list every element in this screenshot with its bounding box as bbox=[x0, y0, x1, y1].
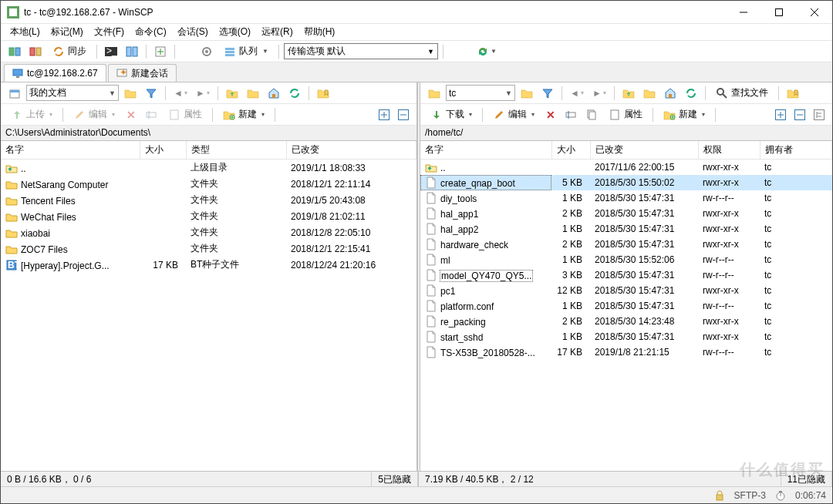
right-root-button[interactable] bbox=[640, 85, 659, 102]
table-row[interactable]: platform.conf1 KB2018/5/30 15:47:31rw-r-… bbox=[420, 298, 832, 314]
left-bookmarks-button[interactable] bbox=[314, 85, 332, 102]
left-refresh-button[interactable] bbox=[285, 85, 304, 102]
right-parent-button[interactable] bbox=[619, 85, 638, 102]
left-collapse-button[interactable] bbox=[395, 106, 412, 123]
menu-session[interactable]: 会话(S) bbox=[173, 24, 213, 40]
right-filelist[interactable]: 名字 大小 已改变 权限 拥有者 ..2017/11/6 22:00:15rwx… bbox=[420, 141, 832, 471]
table-row[interactable]: WeChat Files文件夹2019/1/8 21:02:11 bbox=[1, 208, 416, 224]
table-row[interactable]: TS-X53B_20180528-...17 KB2019/1/8 21:21:… bbox=[420, 344, 832, 360]
right-new-button[interactable]: 新建▾ bbox=[658, 106, 710, 123]
right-copy-button[interactable] bbox=[582, 106, 601, 123]
table-row[interactable]: Tencent Files文件夹2019/1/5 20:43:08 bbox=[1, 192, 416, 208]
table-row[interactable]: ZOC7 Files文件夹2018/12/1 22:15:41 bbox=[1, 240, 416, 257]
right-col-size[interactable]: 大小 bbox=[551, 141, 590, 160]
menu-local[interactable]: 本地(L) bbox=[5, 24, 45, 40]
right-drive-icon[interactable] bbox=[425, 85, 443, 102]
table-row[interactable]: ..2017/11/6 22:00:15rwxr-xr-xtc bbox=[420, 160, 832, 176]
find-files-button[interactable]: 查找文件 bbox=[710, 85, 774, 102]
minimize-button[interactable] bbox=[726, 1, 761, 24]
left-edit-button[interactable]: 编辑▾ bbox=[68, 106, 120, 123]
right-open-folder-button[interactable] bbox=[518, 85, 536, 102]
right-edit-button[interactable]: 编辑▾ bbox=[487, 106, 540, 123]
add-bookmark-button[interactable] bbox=[151, 43, 170, 60]
queue-button[interactable]: 队列 ▼ bbox=[218, 43, 274, 60]
left-drive-icon[interactable] bbox=[5, 85, 24, 102]
menu-mark[interactable]: 标记(M) bbox=[46, 24, 88, 40]
left-back-button[interactable]: ◄ ▾ bbox=[170, 85, 191, 102]
right-bookmarks-button[interactable] bbox=[784, 85, 802, 102]
upload-button[interactable]: 上传▾ bbox=[5, 106, 58, 123]
menu-options[interactable]: 选项(O) bbox=[214, 24, 255, 40]
table-row[interactable]: pc112 KB2018/5/30 15:47:31rwxr-xr-xtc bbox=[420, 283, 832, 298]
sync-browse-button[interactable] bbox=[5, 43, 24, 60]
table-row[interactable]: model_QY470_QY5...3 KB2018/5/30 15:47:31… bbox=[420, 267, 832, 283]
left-col-type[interactable]: 类型 bbox=[186, 141, 286, 160]
menu-remote[interactable]: 远程(R) bbox=[257, 24, 298, 40]
compare-dirs-button[interactable] bbox=[26, 43, 45, 60]
right-back-button[interactable]: ◄ ▾ bbox=[567, 85, 587, 102]
left-forward-button[interactable]: ► ▾ bbox=[193, 85, 213, 102]
right-delete-button[interactable]: ✕ bbox=[542, 106, 559, 123]
menu-file[interactable]: 文件(F) bbox=[89, 24, 129, 40]
menu-command[interactable]: 命令(C) bbox=[130, 24, 171, 40]
close-button[interactable] bbox=[797, 1, 832, 24]
right-drive-combo[interactable]: tc ▼ bbox=[446, 85, 515, 101]
table-row[interactable]: ..上级目录2019/1/1 18:08:33 bbox=[1, 160, 416, 176]
right-forward-button[interactable]: ► ▾ bbox=[589, 85, 609, 102]
left-delete-button[interactable]: ✕ bbox=[123, 106, 140, 123]
left-filter-button[interactable] bbox=[142, 85, 160, 102]
maximize-button[interactable] bbox=[761, 1, 797, 24]
session-tab-new[interactable]: ✦ 新建会话 bbox=[108, 64, 177, 82]
reconnect-button[interactable]: ▼ bbox=[474, 43, 500, 60]
left-drive-label: 我的文档 bbox=[29, 86, 106, 99]
left-drive-combo[interactable]: 我的文档 ▼ bbox=[26, 85, 119, 101]
transfer-preset-combo[interactable]: 传输选项 默认 ▼ bbox=[284, 43, 438, 59]
left-col-size[interactable]: 大小 bbox=[140, 141, 186, 160]
menu-help[interactable]: 帮助(H) bbox=[299, 24, 340, 40]
session-tab-active[interactable]: tc@192.168.2.67 bbox=[4, 64, 106, 82]
left-props-button[interactable]: 属性 bbox=[163, 106, 207, 123]
table-row[interactable]: hardware_check2 KB2018/5/30 15:47:31rwxr… bbox=[420, 237, 832, 252]
right-home-button[interactable] bbox=[661, 85, 680, 102]
table-row[interactable]: hal_app21 KB2018/5/30 15:47:31rwxr-xr-xt… bbox=[420, 221, 832, 237]
right-col-owner[interactable]: 拥有者 bbox=[760, 141, 832, 160]
table-row[interactable]: NetSarang Computer文件夹2018/12/1 22:11:14 bbox=[1, 176, 416, 192]
console-button[interactable]: >_ bbox=[102, 43, 120, 60]
left-rename-button[interactable] bbox=[142, 106, 160, 123]
table-row[interactable]: start_sshd1 KB2018/5/30 15:47:31rwxr-xr-… bbox=[420, 329, 832, 344]
download-button[interactable]: 下载▾ bbox=[425, 106, 477, 123]
commander-button[interactable] bbox=[123, 43, 141, 60]
right-refresh-button[interactable] bbox=[682, 85, 700, 102]
right-col-changed[interactable]: 已改变 bbox=[590, 141, 698, 160]
table-row[interactable]: re_packing2 KB2018/5/30 14:23:48rwxr-xr-… bbox=[420, 314, 832, 329]
table-row[interactable]: create_qnap_boot5 KB2018/5/30 15:50:02rw… bbox=[420, 175, 832, 190]
left-new-button[interactable]: 新建▾ bbox=[218, 106, 270, 123]
left-col-changed[interactable]: 已改变 bbox=[286, 141, 416, 160]
left-expand-button[interactable] bbox=[376, 106, 393, 123]
right-collapse-button[interactable] bbox=[791, 106, 808, 123]
left-root-button[interactable] bbox=[244, 85, 262, 102]
table-row[interactable]: hal_app12 KB2018/5/30 15:47:31rwxr-xr-xt… bbox=[420, 206, 832, 221]
left-home-button[interactable] bbox=[265, 85, 283, 102]
folder-icon bbox=[5, 194, 18, 207]
right-tree-button[interactable] bbox=[811, 106, 828, 123]
right-props-button[interactable]: 属性 bbox=[603, 106, 648, 123]
transfer-settings-button[interactable] bbox=[197, 43, 216, 60]
right-filter-button[interactable] bbox=[538, 85, 557, 102]
file-icon bbox=[425, 176, 437, 189]
right-expand-button[interactable] bbox=[772, 106, 789, 123]
left-filelist[interactable]: 名字 大小 类型 已改变 ..上级目录2019/1/1 18:08:33NetS… bbox=[1, 141, 416, 471]
left-col-name[interactable]: 名字 bbox=[1, 141, 140, 160]
left-open-folder-button[interactable] bbox=[121, 85, 140, 102]
synchronize-button[interactable]: 同步 bbox=[47, 43, 92, 60]
right-col-rights[interactable]: 权限 bbox=[698, 141, 760, 160]
right-col-name[interactable]: 名字 bbox=[420, 141, 551, 160]
lock-icon bbox=[714, 490, 725, 501]
table-row[interactable]: diy_tools1 KB2018/5/30 15:47:31rw-r--r--… bbox=[420, 190, 832, 206]
left-parent-button[interactable] bbox=[223, 85, 241, 102]
table-row[interactable]: ml1 KB2018/5/30 15:52:06rw-r--r--tc bbox=[420, 252, 832, 267]
table-row[interactable]: xiaobai文件夹2018/12/8 22:05:10 bbox=[1, 224, 416, 240]
svg-rect-9 bbox=[36, 48, 41, 55]
right-rename-button[interactable] bbox=[562, 106, 580, 123]
table-row[interactable]: BT[Hyperay].Project.G...17 KBBT种子文件2018/… bbox=[1, 257, 416, 273]
